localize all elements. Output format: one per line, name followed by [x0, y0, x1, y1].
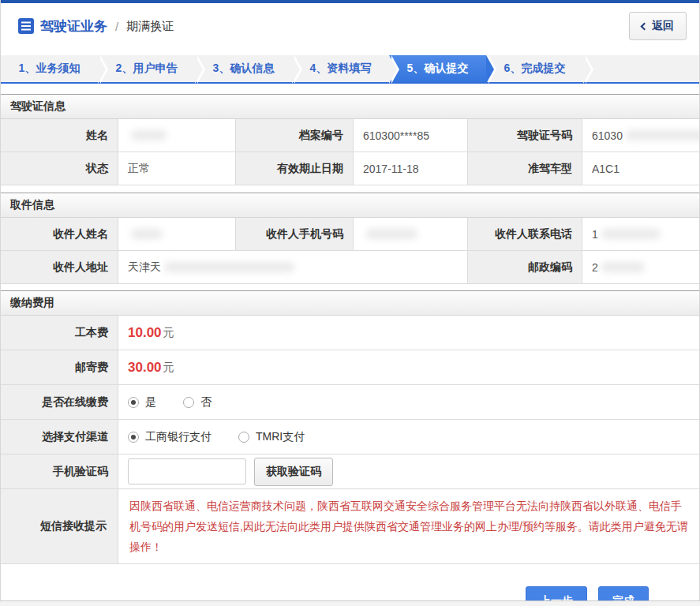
step-progress-bar: 1、业务须知 2、用户申告 3、确认信息 4、资料填写 5、确认提交 6、完成提… [1, 55, 699, 84]
radio-unchecked-icon [183, 397, 194, 408]
pickup-info-table: 收件人姓名 收件人手机号码 收件人联系电话 1 收件人地址 天津天 邮政编码 2 [1, 218, 699, 284]
postage-fee-value: 30.00 元 [118, 350, 699, 384]
page: 驾驶证业务 / 期满换证 返回 1、业务须知 2、用户申告 3、确认信息 4、资… [0, 0, 700, 601]
step-label: 2、用户申告 [116, 62, 178, 76]
redacted-recipient-mobile [366, 229, 417, 239]
name-label: 姓名 [1, 119, 118, 152]
name-value [118, 119, 235, 152]
recipient-address-prefix: 天津天 [128, 260, 161, 275]
sms-notice-label: 短信接收提示 [1, 489, 118, 563]
license-section-title: 驾驶证信息 [1, 95, 699, 119]
header: 驾驶证业务 / 期满换证 返回 [1, 3, 699, 49]
vehicle-class-label: 准驾车型 [468, 152, 582, 185]
fees-table: 工本费 10.00 元 邮寄费 30.00 元 是否在线缴费 是 否 [1, 316, 699, 564]
sms-notice-text: 因陕西省联通、电信运营商技术问题，陕西省互联网交通安全综合服务管理平台无法向持陕… [129, 496, 688, 557]
breadcrumb: 驾驶证业务 / 期满换证 [18, 17, 174, 36]
file-number-value: 610300****85 [354, 119, 467, 152]
radio-checked-icon [128, 397, 139, 408]
cost-fee-unit: 元 [163, 326, 174, 340]
recipient-name-value [118, 218, 235, 250]
redacted-recipient-address [164, 262, 294, 272]
radio-unchecked-icon [238, 432, 249, 443]
step-4-fill-data: 4、资料填写 [292, 55, 389, 82]
step-label: 4、资料填写 [310, 62, 372, 76]
pickup-section-title: 取件信息 [1, 193, 699, 218]
pickup-info-section: 取件信息 收件人姓名 收件人手机号码 收件人联系电话 1 收件人地址 天津天 邮… [1, 193, 699, 284]
recipient-phone-value: 1 [582, 218, 699, 250]
previous-step-button[interactable]: 上一步 [526, 586, 587, 601]
back-button-label: 返回 [652, 19, 674, 33]
payment-channel-label: 选择支付渠道 [1, 420, 118, 454]
sms-code-label: 手机验证码 [1, 454, 118, 488]
payment-channel-options: 工商银行支付 TMRI支付 [118, 420, 699, 454]
vehicle-class-value: A1C1 [582, 152, 700, 185]
sms-code-row: 获取验证码 [118, 454, 699, 488]
title-separator: / [115, 20, 118, 33]
step-2-user-declaration: 2、用户申告 [98, 55, 195, 82]
license-number-prefix: 61030 [592, 129, 623, 142]
license-info-table: 姓名 档案编号 610300****85 驾驶证号码 61030 状态 正常 有… [1, 119, 699, 185]
step-label: 6、完成提交 [504, 62, 566, 76]
form-list-icon [18, 18, 34, 34]
postal-code-prefix: 2 [592, 261, 598, 274]
step-bar-filler [583, 55, 699, 82]
online-payment-options: 是 否 [118, 385, 699, 419]
radio-channel-tmri[interactable]: TMRI支付 [238, 430, 305, 444]
radio-channel-icbc[interactable]: 工商银行支付 [128, 430, 211, 444]
back-button[interactable]: 返回 [629, 12, 687, 40]
page-title: 驾驶证业务 [40, 17, 107, 36]
radio-option-label: 否 [200, 395, 211, 410]
redacted-postal-code [601, 262, 645, 272]
finish-button[interactable]: 完成 [598, 586, 649, 601]
postal-code-value: 2 [582, 251, 699, 283]
radio-option-label: TMRI支付 [256, 430, 305, 444]
get-code-button[interactable]: 获取验证码 [254, 458, 333, 486]
valid-until-label: 有效期止日期 [236, 152, 353, 185]
recipient-phone-label: 收件人联系电话 [468, 218, 582, 250]
redacted-recipient-name [131, 229, 163, 239]
postage-fee-amount: 30.00 [128, 360, 162, 376]
fees-section: 缴纳费用 工本费 10.00 元 邮寄费 30.00 元 是否在线缴费 是 否 [1, 290, 699, 564]
cost-fee-amount: 10.00 [128, 325, 162, 341]
file-number-label: 档案编号 [236, 119, 353, 152]
step-6-complete-submit: 6、完成提交 [486, 55, 583, 82]
radio-online-payment-no[interactable]: 否 [183, 395, 211, 410]
status-label: 状态 [1, 152, 118, 185]
redacted-license-number [626, 130, 700, 140]
step-label: 5、确认提交 [407, 62, 469, 76]
postage-fee-label: 邮寄费 [1, 350, 118, 384]
status-value: 正常 [118, 152, 235, 185]
redacted-name [131, 130, 167, 140]
license-info-section: 驾驶证信息 姓名 档案编号 610300****85 驾驶证号码 61030 状… [1, 94, 699, 185]
recipient-address-value: 天津天 [118, 251, 467, 283]
radio-option-label: 是 [145, 395, 156, 410]
chevron-left-icon [641, 23, 649, 31]
valid-until-value: 2017-11-18 [354, 152, 467, 185]
sms-notice-cell: 因陕西省联通、电信运营商技术问题，陕西省互联网交通安全综合服务管理平台无法向持陕… [118, 489, 699, 563]
step-5-confirm-submit-current: 5、确认提交 [389, 55, 486, 82]
cost-fee-value: 10.00 元 [118, 316, 699, 350]
page-subtitle: 期满换证 [126, 19, 174, 34]
sms-code-input[interactable] [128, 458, 246, 484]
step-1-business-notice: 1、业务须知 [1, 55, 98, 82]
cost-fee-label: 工本费 [1, 316, 118, 350]
recipient-mobile-value [354, 218, 467, 250]
footer-actions: 上一步 完成 [1, 564, 699, 601]
postage-fee-unit: 元 [163, 361, 174, 375]
recipient-phone-prefix: 1 [592, 228, 598, 241]
fees-section-title: 缴纳费用 [1, 291, 699, 316]
recipient-mobile-label: 收件人手机号码 [236, 218, 353, 250]
radio-option-label: 工商银行支付 [145, 430, 211, 444]
license-number-label: 驾驶证号码 [468, 119, 582, 152]
redacted-recipient-phone [601, 229, 661, 239]
step-label: 1、业务须知 [19, 62, 80, 76]
recipient-name-label: 收件人姓名 [1, 218, 118, 250]
online-payment-label: 是否在线缴费 [1, 385, 118, 419]
radio-online-payment-yes[interactable]: 是 [128, 395, 156, 410]
radio-checked-icon [128, 432, 139, 443]
step-label: 3、确认信息 [213, 62, 275, 76]
recipient-address-label: 收件人地址 [1, 251, 118, 283]
license-number-value: 61030 [582, 119, 700, 152]
step-3-confirm-info: 3、确认信息 [195, 55, 292, 82]
postal-code-label: 邮政编码 [468, 251, 582, 283]
